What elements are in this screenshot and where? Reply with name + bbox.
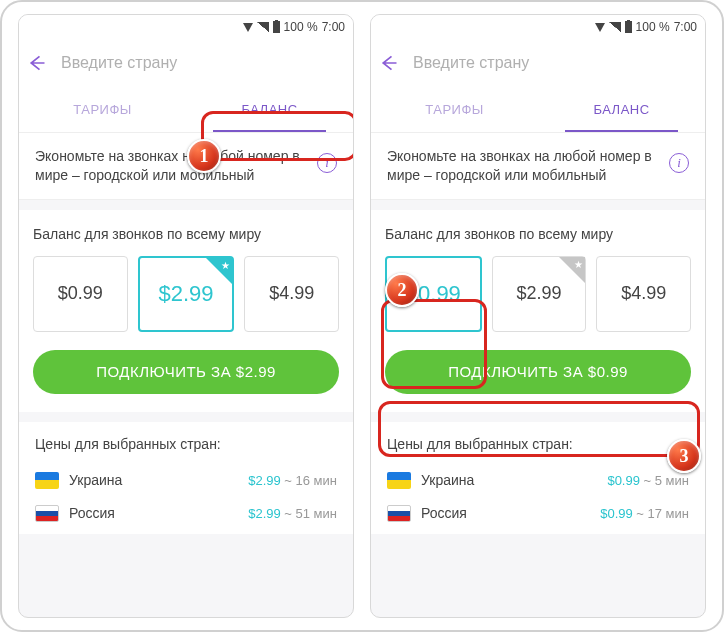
price-option-2[interactable]: ★ $2.99	[492, 256, 587, 332]
star-icon: ★	[221, 260, 230, 271]
phones-container: 100 % 7:00 Введите страну ТАРИФЫ БАЛАНС …	[18, 14, 706, 618]
country-price-tail: ~ 16 мин	[281, 473, 337, 488]
battery-text: 100 %	[284, 20, 318, 34]
info-text: Экономьте на звонках на любой номер в ми…	[35, 147, 307, 185]
balance-title: Баланс для звонков по всему миру	[385, 226, 691, 242]
country-price: $2.99 ~ 16 мин	[248, 473, 337, 488]
balance-card: Баланс для звонков по всему миру $0.99 ★…	[19, 210, 353, 412]
price-1-label: $0.99	[58, 283, 103, 304]
subscribe-label: ПОДКЛЮЧИТЬ ЗА $0.99	[448, 363, 628, 380]
clock-text: 7:00	[674, 20, 697, 34]
phone-left: 100 % 7:00 Введите страну ТАРИФЫ БАЛАНС …	[18, 14, 354, 618]
search-input[interactable]: Введите страну	[61, 54, 177, 72]
country-row-ua[interactable]: Украина $0.99 ~ 5 мин	[387, 464, 689, 497]
country-price-tail: ~ 17 мин	[633, 506, 689, 521]
info-card: Экономьте на звонках на любой номер в ми…	[371, 133, 705, 200]
top-bar: Введите страну	[371, 39, 705, 87]
countries-card: Цены для выбранных стран: Украина $0.99 …	[371, 422, 705, 534]
flag-ru-icon	[35, 505, 59, 522]
tab-balance[interactable]: БАЛАНС	[538, 87, 705, 132]
country-row-ru[interactable]: Россия $2.99 ~ 51 мин	[35, 497, 337, 530]
price-option-1[interactable]: $0.99	[33, 256, 128, 332]
country-row-ru[interactable]: Россия $0.99 ~ 17 мин	[387, 497, 689, 530]
info-icon[interactable]: i	[669, 153, 689, 173]
country-row-ua[interactable]: Украина $2.99 ~ 16 мин	[35, 464, 337, 497]
countries-title: Цены для выбранных стран:	[387, 436, 689, 452]
country-name: Россия	[69, 505, 238, 521]
battery-text: 100 %	[636, 20, 670, 34]
status-bar: 100 % 7:00	[19, 15, 353, 39]
subscribe-label: ПОДКЛЮЧИТЬ ЗА $2.99	[96, 363, 276, 380]
balance-card: Баланс для звонков по всему миру $0.99 ★…	[371, 210, 705, 412]
battery-icon	[273, 21, 280, 33]
flag-ua-icon	[387, 472, 411, 489]
marker-3: 3	[667, 439, 701, 473]
price-option-2[interactable]: ★ $2.99	[138, 256, 235, 332]
flag-ua-icon	[35, 472, 59, 489]
clock-text: 7:00	[322, 20, 345, 34]
country-price-tail: ~ 51 мин	[281, 506, 337, 521]
price-3-label: $4.99	[269, 283, 314, 304]
tab-balance-label: БАЛАНС	[593, 102, 649, 117]
price-2-label: $2.99	[516, 283, 561, 304]
flag-ru-icon	[387, 505, 411, 522]
tabs-row: ТАРИФЫ БАЛАНС	[371, 87, 705, 133]
country-price: $2.99 ~ 51 мин	[248, 506, 337, 521]
tab-balance[interactable]: БАЛАНС	[186, 87, 353, 132]
star-icon: ★	[574, 259, 583, 270]
country-price-hl: $0.99	[600, 506, 633, 521]
price-row: $0.99 ★ $2.99 $4.99	[385, 256, 691, 332]
country-price-hl: $2.99	[248, 506, 281, 521]
signal-icon	[257, 22, 269, 32]
price-row: $0.99 ★ $2.99 $4.99	[33, 256, 339, 332]
country-price: $0.99 ~ 5 мин	[607, 473, 689, 488]
countries-card: Цены для выбранных стран: Украина $2.99 …	[19, 422, 353, 534]
info-card: Экономьте на звонках на любой номер в ми…	[19, 133, 353, 200]
status-bar: 100 % 7:00	[371, 15, 705, 39]
info-text: Экономьте на звонках на любой номер в ми…	[387, 147, 659, 185]
wifi-icon	[243, 23, 253, 32]
marker-2: 2	[385, 273, 419, 307]
battery-icon	[625, 21, 632, 33]
tab-plans-label: ТАРИФЫ	[73, 102, 132, 117]
top-bar: Введите страну	[19, 39, 353, 87]
tabs-row: ТАРИФЫ БАЛАНС	[19, 87, 353, 133]
subscribe-button[interactable]: ПОДКЛЮЧИТЬ ЗА $0.99	[385, 350, 691, 394]
country-price-hl: $2.99	[248, 473, 281, 488]
info-icon[interactable]: i	[317, 153, 337, 173]
price-option-3[interactable]: $4.99	[596, 256, 691, 332]
marker-1: 1	[187, 139, 221, 173]
country-price: $0.99 ~ 17 мин	[600, 506, 689, 521]
price-2-label: $2.99	[158, 281, 213, 307]
country-name: Украина	[69, 472, 238, 488]
country-price-hl: $0.99	[607, 473, 640, 488]
price-3-label: $4.99	[621, 283, 666, 304]
countries-title: Цены для выбранных стран:	[35, 436, 337, 452]
wifi-icon	[595, 23, 605, 32]
price-option-3[interactable]: $4.99	[244, 256, 339, 332]
country-price-tail: ~ 5 мин	[640, 473, 689, 488]
signal-icon	[609, 22, 621, 32]
back-icon[interactable]	[379, 53, 399, 73]
tab-plans-label: ТАРИФЫ	[425, 102, 484, 117]
subscribe-button[interactable]: ПОДКЛЮЧИТЬ ЗА $2.99	[33, 350, 339, 394]
back-icon[interactable]	[27, 53, 47, 73]
country-name: Россия	[421, 505, 590, 521]
country-name: Украина	[421, 472, 597, 488]
tab-plans[interactable]: ТАРИФЫ	[371, 87, 538, 132]
balance-title: Баланс для звонков по всему миру	[33, 226, 339, 242]
phone-right: 100 % 7:00 Введите страну ТАРИФЫ БАЛАНС …	[370, 14, 706, 618]
tab-balance-label: БАЛАНС	[241, 102, 297, 117]
search-input[interactable]: Введите страну	[413, 54, 529, 72]
tab-plans[interactable]: ТАРИФЫ	[19, 87, 186, 132]
